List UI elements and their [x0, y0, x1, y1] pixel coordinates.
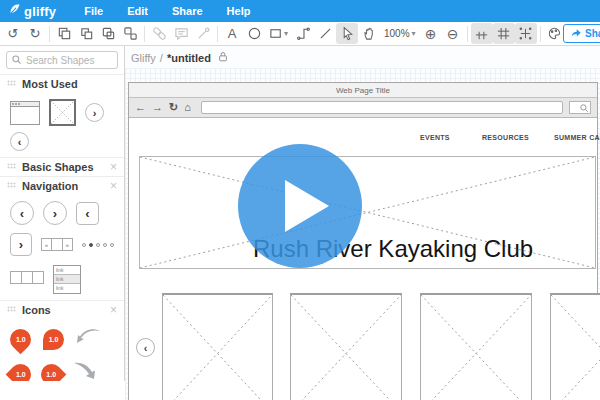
drag-handle-icon[interactable] — [7, 301, 16, 319]
menu: File Edit Share Help — [84, 5, 250, 17]
grid-lines-button[interactable] — [493, 23, 515, 44]
pan-tool-button[interactable] — [358, 23, 380, 44]
search-placeholder: Search Shapes — [26, 55, 94, 66]
rectangle-tool-button[interactable]: ▾ — [265, 23, 292, 44]
shape-link-list[interactable]: link link link — [53, 265, 81, 294]
breadcrumb-app[interactable]: Gliffy — [131, 52, 156, 64]
back-arrow-icon: ← — [135, 102, 146, 113]
shape-browser-window[interactable] — [10, 101, 40, 125]
pin-label: 1.0 — [16, 370, 26, 377]
section-label: Basic Shapes — [22, 161, 104, 173]
ungroup-button[interactable] — [119, 23, 141, 44]
pin-label: 1.0 — [49, 336, 59, 343]
curved-arrow-left-icon[interactable] — [76, 327, 102, 351]
close-icon[interactable]: × — [110, 304, 117, 316]
breadcrumb-separator: / — [160, 52, 163, 64]
pager-next-icon: » — [63, 239, 72, 250]
group-button[interactable] — [97, 23, 119, 44]
connector-tool-button[interactable] — [292, 23, 314, 44]
shape-square-back-button[interactable]: ‹ — [76, 202, 99, 225]
search-icon — [11, 51, 22, 69]
snap-to-grid-button[interactable] — [515, 23, 537, 44]
undo-button[interactable]: ↺ — [2, 23, 24, 44]
redo-button[interactable]: ↻ — [24, 23, 46, 44]
toolbar-divider — [467, 26, 468, 42]
section-icons[interactable]: Icons × — [0, 300, 124, 319]
most-used-shapes: › — [0, 93, 124, 132]
search-input[interactable]: Search Shapes — [6, 51, 118, 69]
wireframe-nav-link: SUMMER CAMP — [554, 134, 600, 141]
toolbar: ↺ ↻ A ▾ 100%▾ ⊕ ⊖ Share — [0, 22, 600, 46]
forward-arrow-icon: → — [152, 102, 163, 113]
drag-handle-icon[interactable] — [7, 75, 16, 93]
document-title[interactable]: *untitled — [167, 52, 211, 64]
section-navigation[interactable]: Navigation × — [0, 176, 124, 195]
text-tool-button[interactable]: A — [221, 23, 243, 44]
line-tool-button[interactable] — [314, 23, 336, 44]
navigation-shapes-row3: link link link — [0, 262, 124, 300]
refresh-icon: ↻ — [169, 102, 178, 113]
copy-style-button[interactable] — [75, 23, 97, 44]
wireframe-carousel-prev-button: ‹ — [136, 338, 155, 357]
diagram-canvas[interactable]: Gliffy / *untitled Web Page Title ← → ↻ … — [125, 46, 600, 400]
grid-toggle-button[interactable] — [471, 23, 493, 44]
more-shapes-label: More Shapes — [0, 379, 77, 382]
video-play-button[interactable] — [238, 144, 362, 268]
menu-share[interactable]: Share — [172, 5, 203, 17]
logo-text: gliffy — [24, 4, 56, 19]
shape-square-forward-button[interactable]: › — [10, 233, 32, 256]
section-label: Navigation — [22, 180, 104, 192]
close-icon[interactable]: × — [110, 161, 117, 173]
shape-next-button[interactable]: › — [85, 103, 104, 122]
wireframe-url-bar — [201, 101, 563, 114]
shape-map-pin-corner[interactable]: 1.0 — [43, 329, 64, 350]
comment-button[interactable] — [170, 23, 192, 44]
menu-file[interactable]: File — [84, 5, 103, 17]
share-button[interactable]: Share — [563, 24, 600, 43]
shape-segmented-control[interactable] — [10, 271, 44, 284]
wireframe-nav-link: RESOURCES — [482, 134, 529, 141]
shape-carousel-dots[interactable] — [82, 243, 114, 247]
wireframe-card-placeholder — [162, 293, 273, 400]
shape-circle-back-button[interactable]: ‹ — [10, 201, 34, 225]
navigation-shapes-row1: ‹ › ‹ — [0, 195, 124, 231]
drag-handle-icon[interactable] — [7, 177, 16, 195]
home-icon: ⌂ — [184, 102, 191, 113]
share-arrow-icon — [570, 27, 582, 41]
wireframe-window-title: Web Page Title — [129, 83, 597, 98]
zoom-out-button[interactable]: ⊖ — [442, 23, 464, 44]
select-tool-button[interactable] — [336, 23, 358, 44]
toolbar-divider — [144, 26, 145, 42]
menu-edit[interactable]: Edit — [127, 5, 148, 17]
shape-image-placeholder[interactable] — [49, 99, 76, 126]
caret-down-icon: ▾ — [412, 29, 416, 38]
section-most-used[interactable]: Most Used — [0, 74, 124, 93]
wireframe-card-placeholder — [420, 293, 532, 400]
duplicate-button[interactable] — [53, 23, 75, 44]
link-button[interactable] — [148, 23, 170, 44]
shape-circle-forward-button[interactable]: › — [43, 201, 67, 225]
wireframe-browser-toolbar: ← → ↻ ⌂ — [129, 98, 597, 118]
shape-paginator[interactable]: «» — [41, 238, 73, 251]
wireframe-card-placeholder — [550, 293, 600, 400]
menu-help[interactable]: Help — [227, 5, 251, 17]
shape-library-sidebar: Search Shapes Most Used › ‹ Basic Shapes… — [0, 46, 125, 381]
section-basic-shapes[interactable]: Basic Shapes × — [0, 157, 124, 176]
gliffy-logo[interactable]: gliffy — [0, 2, 66, 20]
close-icon[interactable]: × — [110, 180, 117, 192]
lock-icon[interactable] — [218, 51, 228, 64]
drag-handle-icon[interactable] — [7, 158, 16, 176]
quill-icon — [8, 2, 21, 20]
icons-shapes-row1: 1.0 1.0 — [0, 319, 124, 357]
zoom-level-dropdown[interactable]: 100%▾ — [380, 28, 420, 39]
shape-map-pin-down[interactable]: 1.0 — [6, 324, 36, 354]
toolbar-divider — [49, 26, 50, 42]
zoom-in-button[interactable]: ⊕ — [420, 23, 442, 44]
ellipse-tool-button[interactable] — [243, 23, 265, 44]
link-item: link — [54, 284, 80, 293]
shape-prev-button[interactable]: ‹ — [10, 132, 29, 151]
format-painter-button[interactable] — [192, 23, 214, 44]
wireframe-search-box — [569, 101, 591, 114]
gliffy-editor: gliffy File Edit Share Help ↺ ↻ A ▾ 100%… — [0, 0, 600, 400]
section-label: Icons — [22, 304, 104, 316]
